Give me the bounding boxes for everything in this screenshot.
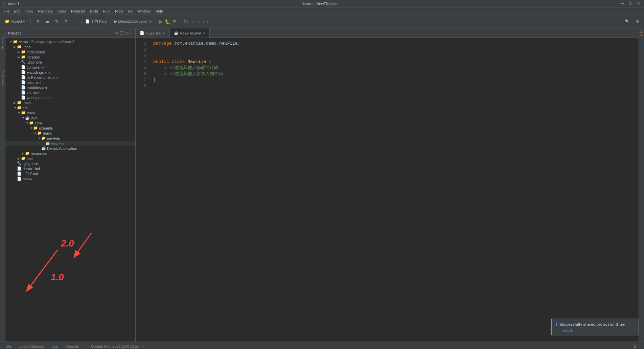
tree-item-test[interactable]: ▶ 📁 test [5, 156, 135, 161]
run-button[interactable]: ▶ [159, 18, 163, 25]
tree-item-mvnw[interactable]: ▶ 📄 mvnw [5, 176, 135, 181]
menu-navigate[interactable]: Navigate [36, 8, 54, 14]
tab-git[interactable]: Git: [3, 343, 15, 349]
menu-refactor[interactable]: Refactor [69, 8, 87, 14]
menu-edit[interactable]: Edit [12, 8, 23, 14]
tree-item-demo[interactable]: ▼ 📁 demo [5, 131, 135, 136]
git-checkmark-1[interactable]: ✓ [191, 19, 195, 24]
title-bar: ⬡ demo1 demo1 - NewFile.java ─ □ ✕ [0, 0, 644, 7]
tree-item-jar-repo-xml[interactable]: ▶ 📄 jarRepositories.xml [5, 75, 135, 80]
coverage-button[interactable]: ⚑ [172, 19, 177, 24]
update-info-close-icon[interactable]: ✕ [141, 345, 144, 348]
code-line-6: ⬦ //这是其他人新加入的代码 [153, 71, 635, 77]
bottom-tabs: Git: Local Changes Log Console ✕ Update … [0, 342, 644, 349]
menu-run[interactable]: Run [101, 8, 112, 14]
helpmd-close[interactable]: ✕ [163, 31, 165, 35]
toolbar-sep-2 [82, 18, 82, 25]
tree-item-codestyles[interactable]: ▶ 📁 codeStyles [5, 49, 135, 54]
toolbar-sep-5 [180, 18, 180, 25]
menu-help[interactable]: Help [153, 8, 165, 14]
code-line-5: ⬦ //这是其他人修改的代码 [153, 65, 635, 71]
bookmarks-icon[interactable]: Bookmarks [1, 71, 4, 86]
panel-sync-icon[interactable]: ⚙ [115, 31, 119, 36]
structure-icon[interactable]: Structure [1, 37, 4, 49]
code-line-2 [153, 47, 635, 53]
toolbar-layout-btn[interactable]: ☰ [44, 18, 51, 25]
code-editor[interactable]: 1 2 3 4 5 6 7 8 package com.example.demo… [136, 38, 639, 342]
tab-update-info[interactable]: Update Info: 2021/12/6 19:26 ✕ [88, 343, 147, 349]
menu-window[interactable]: Window [135, 8, 153, 14]
project-panel-title: Project [8, 31, 21, 35]
tree-item-newfile-folder[interactable]: ▼ 📁 newFile [5, 136, 135, 141]
tree-item-misc-xml[interactable]: ▶ 📄 misc.xml [5, 80, 135, 85]
maximize-btn[interactable]: □ [628, 1, 633, 6]
tree-item-example[interactable]: ▼ 📁 example [5, 125, 135, 131]
newfile-icon: ☕ [174, 31, 179, 35]
settings-btn[interactable]: ⚙ [634, 18, 641, 25]
menu-git[interactable]: Git [126, 8, 135, 14]
tree-item-main[interactable]: ▼ 📁 main [5, 110, 135, 115]
menu-bar: File Edit View Navigate Code Refactor Bu… [0, 7, 644, 15]
tree-item-src[interactable]: ▼ 📁 src [5, 105, 135, 110]
git-arrow-up[interactable]: ↑ [202, 19, 204, 24]
toolbar-sep-3 [111, 18, 111, 25]
menu-file[interactable]: File [1, 8, 12, 14]
debug-button[interactable]: 🐛 [165, 19, 170, 24]
bottom-panel-icons: ⚙ − [633, 344, 641, 349]
tree-item-java[interactable]: ▼ ☕ java [5, 115, 135, 120]
tab-log[interactable]: Log [48, 343, 61, 349]
right-sidebar: ⚠ 1 [639, 28, 644, 342]
tab-console[interactable]: Console ✕ [62, 343, 87, 349]
panel-settings-icon[interactable]: ⚙ [125, 31, 129, 36]
toolbar-settings-btn[interactable]: ⚙ [34, 18, 42, 25]
helpmd-icon: 📄 [140, 31, 144, 35]
tree-item-encodings-xml[interactable]: ▶ 📄 encodings.xml [5, 70, 135, 75]
menu-code[interactable]: Code [55, 8, 68, 14]
left-icon-bar: Structure Bookmarks [0, 28, 5, 342]
toolbar-gear-btn[interactable]: ⚙ [62, 18, 70, 25]
search-btn[interactable]: 🔍 [623, 18, 632, 25]
menu-tools[interactable]: Tools [112, 8, 125, 14]
git-checkmark-2[interactable]: ✓ [197, 19, 200, 24]
bp-minimize-icon[interactable]: − [639, 344, 641, 349]
tree-item-demo1-iml[interactable]: ▶ 📄 demo1.iml [5, 166, 135, 171]
project-dropdown[interactable]: 📁 Project ▾ [3, 18, 27, 25]
menu-view[interactable]: View [23, 8, 36, 14]
git-arrow-down[interactable]: ↓ [206, 19, 208, 24]
tree-item-gitignore-root[interactable]: ▶ 🔧 .gitignore [5, 161, 135, 166]
toolbar-sync-btn[interactable]: ⇅ [53, 18, 60, 25]
panel-close-icon[interactable]: − [130, 31, 133, 36]
menu-build[interactable]: Build [88, 8, 100, 14]
bp-settings-icon[interactable]: ⚙ [633, 344, 637, 349]
tree-item-libraries[interactable]: ▶ 📁 libraries [5, 54, 135, 60]
toolbar-sep-4 [155, 18, 155, 25]
tree-item-gitignore-idea[interactable]: ▶ 🔧 .gitignore [5, 60, 135, 65]
tree-item-workspace-xml[interactable]: ▶ 📄 workspace.xml [5, 95, 135, 100]
minimize-btn[interactable]: ─ [620, 1, 625, 6]
tree-item-help-md[interactable]: ▶ 📄 HELP.md [5, 171, 135, 176]
code-content[interactable]: package com.example.demo.newFile; public… [149, 38, 639, 342]
tree-item-modules-xml[interactable]: ▶ 📄 modules.xml [5, 85, 135, 90]
tree-item-compiler-xml[interactable]: ▶ 📄 compiler.xml [5, 65, 135, 70]
tree-item-vcs-xml[interactable]: ▶ 📄 vcs.xml [5, 90, 135, 95]
tree-item-mvn[interactable]: ▶ 📁 .mvn [5, 100, 135, 105]
newfile-close[interactable]: ✕ [203, 31, 205, 35]
console-close-icon[interactable]: ✕ [81, 345, 84, 348]
notif-link[interactable]: test01 [562, 328, 573, 332]
tree-item-root[interactable]: ▼ 📁 demo1 D:\blogs\blogs-server\demo1 [5, 39, 135, 44]
tab-newfile[interactable]: ☕ NewFile.java ✕ [170, 28, 210, 38]
panel-icons: ⚙ ☰ ⚙ − [115, 31, 133, 36]
code-line-4: public class NewFile { [153, 59, 635, 65]
toolbar-minus-btn[interactable]: − [72, 19, 78, 25]
panel-layout-icon[interactable]: ☰ [120, 31, 124, 36]
main-layout: Structure Bookmarks Project ⚙ ☰ ⚙ − ▼ 📁 … [0, 28, 644, 342]
tree-item-idea[interactable]: ▶ 📁 .idea [5, 44, 135, 49]
tab-local-changes[interactable]: Local Changes [16, 343, 47, 349]
tree-item-newfile-java[interactable]: ▶ ☕ NewFile [5, 141, 135, 146]
tree-item-com[interactable]: ▼ 📁 com [5, 120, 135, 125]
tree-item-resources[interactable]: ▶ 📁 resources [5, 151, 135, 156]
tab-helpmd[interactable]: 📄 HELP.md ✕ [136, 28, 170, 38]
tree-item-demo1app[interactable]: ▶ ☕ Demo1Application [5, 146, 135, 151]
close-btn[interactable]: ✕ [636, 1, 641, 6]
run-config-dropdown[interactable]: ▶ Demo1Application ▾ [114, 19, 151, 24]
